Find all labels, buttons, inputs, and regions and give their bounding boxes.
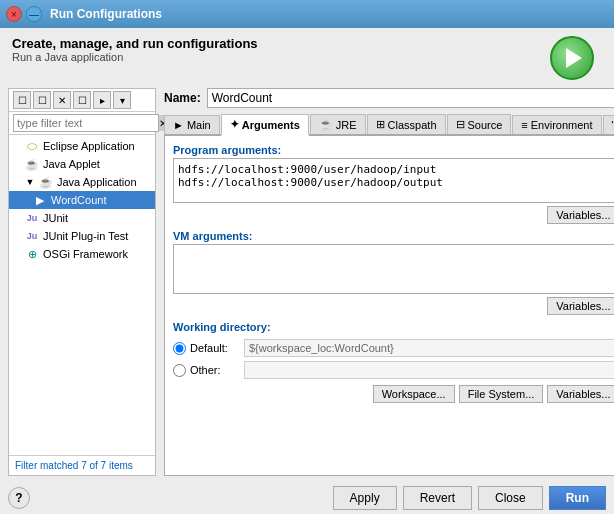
duplicate-button[interactable]: ☐ [33, 91, 51, 109]
default-radio[interactable] [173, 342, 186, 355]
tree-item-junit-plugin[interactable]: Ju JUnit Plug-in Test [9, 227, 155, 245]
classpath-tab-icon: ⊞ [376, 118, 385, 131]
tab-classpath[interactable]: ⊞ Classpath [367, 114, 446, 134]
left-toolbar: ☐ ☐ ✕ ☐ ▸ ▾ [9, 89, 155, 112]
tree-label: Java Applet [43, 158, 100, 170]
header-area: Create, manage, and run configurations R… [0, 28, 614, 84]
delete-button[interactable]: ✕ [53, 91, 71, 109]
name-input[interactable] [207, 88, 614, 108]
tab-more[interactable]: ": [603, 115, 614, 134]
filesystem-button[interactable]: File System... [459, 385, 544, 403]
args-tab-icon: ✦ [230, 118, 239, 131]
bottom-bar: ? Apply Revert Close Run [0, 480, 614, 514]
jre-tab-icon: ☕ [319, 118, 333, 131]
tab-content-arguments: Program arguments: hdfs://localhost:9000… [164, 136, 614, 476]
tab-label: Classpath [388, 119, 437, 131]
tab-jre[interactable]: ☕ JRE [310, 114, 366, 134]
workdir-variables-button[interactable]: Variables... [547, 385, 614, 403]
vm-args-label: VM arguments: [173, 230, 614, 242]
title-bar: × — Run Configurations [0, 0, 614, 28]
tree-item-osgi[interactable]: ⊕ OSGi Framework [9, 245, 155, 263]
help-button[interactable]: ? [8, 487, 30, 509]
tree-label: JUnit Plug-in Test [43, 230, 128, 242]
default-label: Default: [190, 342, 228, 354]
osgi-icon: ⊕ [25, 247, 39, 261]
other-label: Other: [190, 364, 221, 376]
name-label: Name: [164, 91, 201, 105]
right-panel: Name: ► Main ✦ Arguments ☕ JRE ⊞ [164, 88, 614, 476]
main-container: Create, manage, and run configurations R… [0, 28, 614, 514]
run-button[interactable]: Run [549, 486, 606, 510]
close-window-button[interactable]: × [6, 6, 22, 22]
new-config-button[interactable]: ☐ [13, 91, 31, 109]
tree-area: ⬭ Eclipse Application ☕ Java Applet ▼ ☕ … [9, 135, 155, 455]
source-tab-icon: ⊟ [456, 118, 465, 131]
tree-item-junit[interactable]: Ju JUnit [9, 209, 155, 227]
other-dir-row: Other: [173, 361, 614, 379]
other-radio-label[interactable]: Other: [173, 364, 238, 377]
name-row: Name: [164, 88, 614, 108]
program-args-label: Program arguments: [173, 144, 614, 156]
workspace-buttons: Workspace... File System... Variables... [173, 385, 614, 403]
tree-label: OSGi Framework [43, 248, 128, 260]
tab-environment[interactable]: ≡ Environment [512, 115, 601, 134]
page-subtitle: Run a Java application [12, 51, 258, 63]
working-dir-section: Working directory: Default: Other: [173, 321, 614, 403]
default-radio-label[interactable]: Default: [173, 342, 238, 355]
minimize-window-button[interactable]: — [26, 6, 42, 22]
vm-args-section: VM arguments: Variables... [173, 230, 614, 315]
vm-args-variables-button[interactable]: Variables... [547, 297, 614, 315]
filter-status: Filter matched 7 of 7 items [9, 455, 155, 475]
junit-plugin-icon: Ju [25, 229, 39, 243]
content-area: ☐ ☐ ✕ ☐ ▸ ▾ ✕ ⬭ Eclipse Application ☕ Ja… [0, 84, 614, 480]
java-applet-icon: ☕ [25, 157, 39, 171]
eclipse-icon: ⬭ [25, 139, 39, 153]
program-args-textarea[interactable]: hdfs://localhost:9000/user/hadoop/input … [173, 158, 614, 203]
tree-label: JUnit [43, 212, 68, 224]
java-app-icon: ☕ [39, 175, 53, 189]
vm-args-textarea[interactable] [173, 244, 614, 294]
tree-label: WordCount [51, 194, 106, 206]
collapse-button[interactable]: ▸ [93, 91, 111, 109]
search-input[interactable] [13, 114, 159, 132]
expand-button[interactable]: ▾ [113, 91, 131, 109]
tree-label: Java Application [57, 176, 137, 188]
tab-source[interactable]: ⊟ Source [447, 114, 512, 134]
window-title: Run Configurations [50, 7, 162, 21]
default-dir-input[interactable] [244, 339, 614, 357]
apply-button[interactable]: Apply [333, 486, 397, 510]
filter-button[interactable]: ☐ [73, 91, 91, 109]
revert-button[interactable]: Revert [403, 486, 472, 510]
workspace-button[interactable]: Workspace... [373, 385, 455, 403]
bottom-right: Apply Revert Close Run [333, 486, 606, 510]
junit-icon: Ju [25, 211, 39, 225]
tree-item-wordcount[interactable]: ▶ WordCount [9, 191, 155, 209]
run-triangle-icon [566, 48, 582, 68]
tab-arguments[interactable]: ✦ Arguments [221, 114, 309, 136]
run-config-button[interactable] [550, 36, 594, 80]
tab-label: Environment [531, 119, 593, 131]
tab-label: Arguments [242, 119, 300, 131]
tab-label: JRE [336, 119, 357, 131]
search-box: ✕ [9, 112, 155, 135]
other-radio[interactable] [173, 364, 186, 377]
tree-item-java-application[interactable]: ▼ ☕ Java Application [9, 173, 155, 191]
other-dir-input[interactable] [244, 361, 614, 379]
close-button[interactable]: Close [478, 486, 543, 510]
tree-item-eclipse-app[interactable]: ⬭ Eclipse Application [9, 137, 155, 155]
bottom-left: ? [8, 487, 30, 509]
tree-label: Eclipse Application [43, 140, 135, 152]
left-panel: ☐ ☐ ✕ ☐ ▸ ▾ ✕ ⬭ Eclipse Application ☕ Ja… [8, 88, 156, 476]
tab-label: Main [187, 119, 211, 131]
expand-arrow-icon: ▼ [25, 177, 35, 187]
page-title: Create, manage, and run configurations [12, 36, 258, 51]
default-dir-row: Default: [173, 339, 614, 357]
tab-label: Source [468, 119, 503, 131]
wordcount-icon: ▶ [33, 193, 47, 207]
main-tab-icon: ► [173, 119, 184, 131]
tab-main[interactable]: ► Main [164, 115, 220, 134]
working-dir-label: Working directory: [173, 321, 614, 333]
program-args-variables-button[interactable]: Variables... [547, 206, 614, 224]
program-args-section: Program arguments: hdfs://localhost:9000… [173, 144, 614, 224]
tree-item-java-applet[interactable]: ☕ Java Applet [9, 155, 155, 173]
